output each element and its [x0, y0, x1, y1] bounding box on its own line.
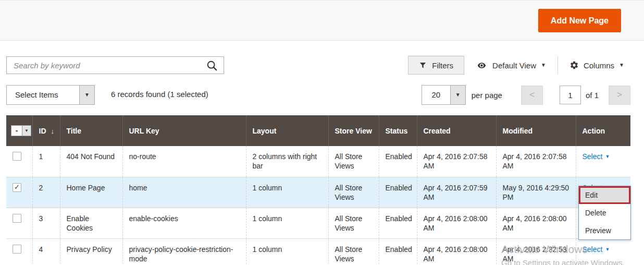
select-all-dropdown-icon[interactable]: ▼	[22, 126, 31, 136]
cell-store-view: All Store Views	[328, 238, 379, 265]
filter-funnel-icon	[419, 62, 427, 69]
filters-button[interactable]: Filters	[408, 56, 464, 75]
cell-modified: May 9, 2016 4:29:50 PM	[496, 177, 576, 208]
chevron-right-icon: >	[617, 90, 622, 100]
column-header-id[interactable]: ID↓	[32, 115, 60, 146]
per-page-label: per page	[472, 91, 502, 100]
columns-control-label: Columns	[584, 61, 614, 70]
cell-status: Enabled	[379, 208, 417, 238]
cell-url-key: no-route	[122, 146, 246, 177]
toolbar-divider	[558, 56, 558, 74]
pagination-controls: 20 ▼ per page < of 1 >	[422, 85, 630, 105]
row-checkbox[interactable]: ✓	[13, 183, 21, 192]
mass-action-select[interactable]: Select Items ▼	[6, 85, 95, 105]
cell-title: 404 Not Found	[60, 146, 122, 177]
keyword-search	[6, 56, 224, 74]
cell-url-key: privacy-policy-cookie-restriction-mode	[122, 238, 246, 265]
column-header-action: Action	[576, 115, 630, 146]
cell-created: Apr 4, 2016 2:07:59 AM	[417, 177, 496, 208]
cell-title: Enable Cookies	[60, 208, 122, 238]
cell-store-view: All Store Views	[328, 208, 379, 238]
column-header-modified[interactable]: Modified	[496, 115, 576, 146]
table-row: 4 Privacy Policy privacy-policy-cookie-r…	[6, 238, 630, 265]
cell-modified: Apr 4, 2016 2:32:53 AM	[496, 238, 576, 265]
cell-id: 3	[32, 208, 60, 238]
table-row: ✓ 2 Home Page home 1 column All Store Vi…	[6, 177, 630, 208]
table-row: 3 Enable Cookies enable-cookies 1 column…	[6, 208, 630, 238]
gear-icon	[569, 61, 579, 70]
row-checkbox[interactable]	[13, 214, 21, 223]
table-header-row: - ▼ ID↓ Title URL Key Layout Store View …	[6, 115, 630, 146]
add-new-page-button[interactable]: Add New Page	[538, 9, 621, 32]
search-icon[interactable]	[206, 60, 218, 71]
cell-url-key: enable-cookies	[122, 208, 246, 238]
select-all-control[interactable]: - ▼	[11, 125, 31, 136]
sort-descending-icon: ↓	[51, 127, 55, 135]
menu-item-edit[interactable]: Edit	[579, 186, 630, 204]
search-input[interactable]	[7, 57, 224, 74]
cell-status: Enabled	[379, 146, 417, 177]
chevron-down-icon: ▼	[455, 92, 461, 98]
chevron-down-icon: ▼	[605, 247, 610, 252]
cell-created: Apr 4, 2016 2:08:00 AM	[417, 208, 496, 238]
cell-layout: 2 columns with right bar	[246, 146, 328, 177]
row-checkbox[interactable]	[13, 152, 21, 161]
cms-pages-grid: Add New Page Filters Default View ▼	[0, 0, 644, 265]
per-page-select[interactable]: 20 ▼	[422, 85, 466, 105]
cell-status: Enabled	[379, 238, 417, 265]
column-header-store-view[interactable]: Store View	[328, 115, 379, 146]
row-action-select[interactable]: Select▼	[583, 245, 610, 254]
cell-modified: Apr 4, 2016 2:08:00 AM	[496, 208, 576, 238]
chevron-down-icon: ▼	[541, 63, 546, 68]
current-page-input[interactable]	[560, 86, 581, 104]
cell-url-key: home	[122, 177, 246, 208]
column-header-status[interactable]: Status	[379, 115, 417, 146]
column-header-layout[interactable]: Layout	[246, 115, 328, 146]
cell-created: Apr 4, 2016 2:08:00 AM	[417, 238, 496, 265]
cell-id: 2	[32, 177, 60, 208]
chevron-down-icon: ▼	[605, 154, 610, 159]
chevron-left-icon: <	[529, 90, 535, 100]
cell-layout: 1 column	[246, 177, 328, 208]
mass-action-label: Select Items	[7, 86, 79, 104]
cell-modified: Apr 4, 2016 2:07:58 AM	[496, 146, 576, 177]
records-summary: 6 records found (1 selected)	[111, 90, 208, 99]
partial-select-icon: -	[11, 126, 22, 136]
total-pages-label: of 1	[586, 91, 599, 100]
cell-title: Home Page	[60, 177, 122, 208]
select-all-header: - ▼	[6, 115, 32, 146]
cell-layout: 1 column	[246, 238, 328, 265]
filters-label: Filters	[432, 61, 453, 70]
column-header-title[interactable]: Title	[60, 115, 122, 146]
cms-pages-table: - ▼ ID↓ Title URL Key Layout Store View …	[6, 115, 630, 265]
cell-title: Privacy Policy	[60, 238, 122, 265]
previous-page-button[interactable]: <	[521, 86, 543, 105]
menu-item-preview[interactable]: Preview	[579, 222, 630, 239]
chevron-down-icon: ▼	[84, 92, 90, 98]
cell-layout: 1 column	[246, 208, 328, 238]
grid-view-controls: Filters Default View ▼ Columns ▼	[408, 56, 624, 75]
row-action-menu: Edit Delete Preview	[578, 186, 631, 240]
per-page-value: 20	[422, 86, 450, 104]
cell-id: 1	[32, 146, 60, 177]
row-action-select[interactable]: Select▼	[583, 152, 610, 161]
view-switcher-label: Default View	[492, 61, 536, 70]
column-header-created[interactable]: Created	[417, 115, 496, 146]
next-page-button[interactable]: >	[609, 86, 630, 105]
cell-created: Apr 4, 2016 2:07:58 AM	[417, 146, 496, 177]
view-switcher[interactable]: Default View ▼	[476, 61, 546, 70]
row-checkbox[interactable]	[13, 245, 21, 254]
columns-control[interactable]: Columns ▼	[569, 61, 624, 70]
chevron-down-icon: ▼	[619, 63, 624, 68]
eye-icon	[476, 61, 488, 70]
cell-store-view: All Store Views	[328, 146, 379, 177]
column-header-url-key[interactable]: URL Key	[122, 115, 246, 146]
cell-id: 4	[32, 238, 60, 265]
cell-status: Enabled	[379, 177, 417, 208]
menu-item-delete[interactable]: Delete	[579, 204, 630, 222]
table-row: 1 404 Not Found no-route 2 columns with …	[6, 146, 630, 177]
cell-store-view: All Store Views	[328, 177, 379, 208]
